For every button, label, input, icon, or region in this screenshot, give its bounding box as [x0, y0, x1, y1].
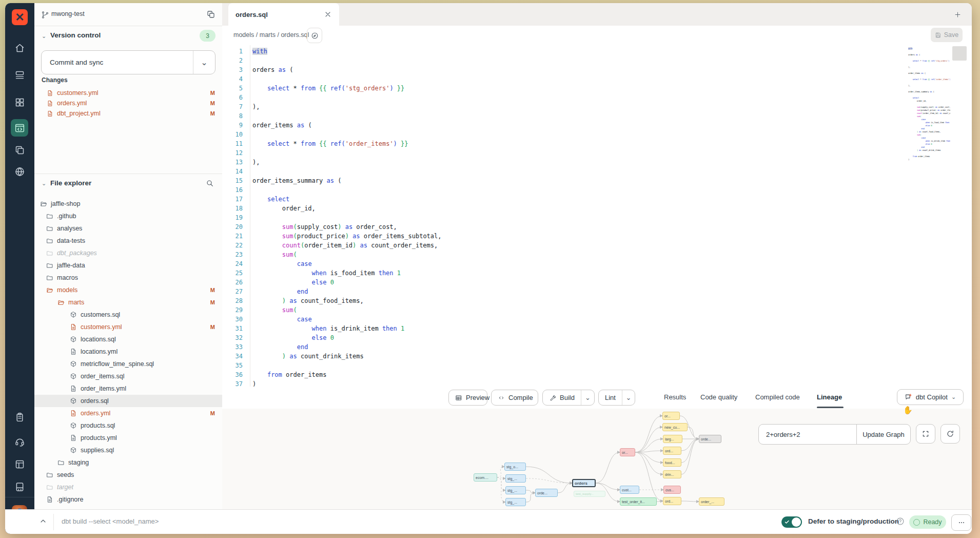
lineage-node-larg[interactable]: larg...: [663, 435, 682, 443]
save-button[interactable]: Save: [931, 28, 963, 42]
preview-button[interactable]: Preview: [448, 390, 487, 406]
chevron-down-icon[interactable]: ⌄: [42, 33, 46, 40]
tree-item-products-sql[interactable]: products.sql: [34, 419, 222, 432]
globe-icon[interactable]: [12, 164, 27, 179]
tree-item-order-items-sql[interactable]: order_items.sql: [34, 370, 222, 382]
lineage-node-cust[interactable]: cust...: [620, 486, 639, 494]
changed-file[interactable]: orders.ymlM: [34, 98, 222, 108]
tree-item--gitignore[interactable]: .gitignore: [34, 493, 222, 506]
home-icon[interactable]: [12, 41, 27, 55]
code-window-icon[interactable]: [11, 119, 28, 137]
new-tab-button[interactable]: [951, 8, 964, 21]
tree-item-locations-yml[interactable]: locations.yml: [34, 345, 222, 358]
tree-item-jaffle-data[interactable]: jaffle-data: [34, 259, 222, 272]
tree-item-customers-sql[interactable]: customers.sql: [34, 309, 222, 321]
changed-file[interactable]: customers.ymlM: [34, 88, 222, 98]
compile-button[interactable]: Compile: [491, 390, 538, 406]
tab-compiled-code[interactable]: Compiled code: [755, 387, 800, 407]
refresh-button[interactable]: [940, 424, 960, 444]
tree-item-order-items-yml[interactable]: order_items.yml: [34, 382, 222, 395]
notebook-icon[interactable]: [12, 479, 27, 494]
tree-item-dbt-packages[interactable]: dbt_packages: [34, 247, 222, 259]
lint-options-chevron[interactable]: ⌄: [622, 390, 635, 405]
headset-icon[interactable]: [12, 434, 27, 449]
lineage-node-stg[interactable]: stg_...: [505, 498, 526, 506]
commit-options-chevron[interactable]: ⌄: [193, 51, 215, 74]
build-options-chevron[interactable]: ⌄: [581, 390, 594, 405]
tree-item--github[interactable]: .github: [34, 210, 222, 222]
tree-item-supplies-sql[interactable]: supplies.sql: [34, 444, 222, 456]
tab-code-quality[interactable]: Code quality: [700, 387, 737, 407]
tree-item-marts[interactable]: martsM: [34, 296, 222, 309]
clipboard-icon[interactable]: [12, 410, 27, 424]
lineage-node-or[interactable]: or...: [620, 448, 635, 456]
editor-minimap[interactable]: 1with23orders as (45 select * from {{ re…: [908, 47, 950, 163]
stack-icon[interactable]: [12, 68, 27, 82]
tab-results[interactable]: Results: [664, 387, 686, 407]
lineage-node-ord[interactable]: ord...: [663, 447, 681, 455]
lineage-node-orde[interactable]: orde...: [699, 435, 721, 443]
tree-item-locations-sql[interactable]: locations.sql: [34, 333, 222, 345]
chevron-down-icon[interactable]: ⌄: [42, 180, 46, 187]
lineage-node-stg[interactable]: stg_...: [505, 474, 526, 483]
tree-item-orders-yml[interactable]: orders.ymlM: [34, 407, 222, 419]
tree-item-models[interactable]: modelsM: [34, 284, 222, 296]
changed-file[interactable]: dbt_project.ymlM: [34, 108, 222, 119]
dbt-logo[interactable]: ✕: [12, 9, 28, 25]
search-icon[interactable]: [206, 179, 214, 187]
branch-name[interactable]: mwong-test: [51, 10, 85, 17]
defer-toggle[interactable]: [781, 516, 802, 528]
lineage-node-drin[interactable]: drin...: [663, 470, 681, 478]
code-line: 27 end: [222, 287, 972, 296]
more-options-button[interactable]: [951, 514, 971, 531]
lineage-node-testorderit[interactable]: test_order_it...: [620, 497, 657, 506]
copy-branch-icon[interactable]: [206, 10, 215, 19]
docs-icon[interactable]: [12, 457, 27, 471]
commit-and-sync-button[interactable]: Commit and sync ⌄: [41, 50, 215, 74]
close-tab-icon[interactable]: [324, 10, 332, 18]
lineage-node-newcu[interactable]: new_cu...: [662, 423, 688, 431]
tree-item-customers-yml[interactable]: customers.ymlM: [34, 321, 222, 333]
tree-item-staging[interactable]: staging: [34, 456, 222, 469]
code-line: 6: [222, 93, 972, 102]
open-in-lineage-icon[interactable]: [307, 28, 322, 43]
lineage-node-or[interactable]: or...: [662, 412, 680, 420]
code-editor[interactable]: 1with23orders as (45 select * from {{ re…: [222, 45, 972, 387]
file-explorer-title[interactable]: File explorer: [50, 179, 91, 187]
build-button[interactable]: Build⌄: [542, 390, 595, 406]
tab-lineage[interactable]: Lineage: [817, 387, 842, 407]
tree-item-macros[interactable]: macros: [34, 272, 222, 284]
tab-orders-sql[interactable]: orders.sql: [228, 3, 339, 26]
lineage-node-stg[interactable]: stg_...: [505, 486, 526, 494]
lineage-node-food[interactable]: food...: [663, 458, 681, 467]
lineage-node-ord[interactable]: ord...: [663, 497, 681, 505]
tree-item-data-tests[interactable]: data-tests: [34, 235, 222, 247]
chevron-up-icon[interactable]: [39, 517, 47, 525]
lineage-node-order[interactable]: order_...: [699, 497, 724, 506]
chat-plus-icon: [905, 393, 912, 401]
lint-button[interactable]: Lint⌄: [598, 390, 635, 406]
dbt-copilot-button[interactable]: dbt Copilot ⌄: [897, 389, 964, 405]
lineage-selector-input[interactable]: 2+orders+2: [759, 425, 856, 444]
tree-item-jaffle-shop[interactable]: jaffle-shop: [34, 198, 222, 210]
lineage-node-testsupply[interactable]: test_supply...: [574, 491, 605, 497]
lineage-node-stgo[interactable]: stg_o...: [504, 463, 526, 471]
grid-icon[interactable]: [12, 95, 27, 109]
lineage-node-orders[interactable]: orders: [572, 479, 596, 487]
update-graph-button[interactable]: Update Graph: [856, 425, 910, 444]
lineage-node-cus[interactable]: cus...: [663, 486, 681, 494]
tree-item-analyses[interactable]: analyses: [34, 222, 222, 235]
tree-item-orders-sql[interactable]: orders.sql: [34, 395, 222, 407]
editor-scrollbar-thumb[interactable]: [952, 46, 967, 61]
tree-item-products-yml[interactable]: products.yml: [34, 432, 222, 444]
lineage-node-orde[interactable]: orde...: [535, 489, 558, 497]
version-control-title[interactable]: Version control: [50, 31, 101, 39]
help-icon[interactable]: [896, 517, 905, 526]
fullscreen-button[interactable]: [916, 424, 935, 444]
tree-item-seeds[interactable]: seeds: [34, 469, 222, 481]
command-input[interactable]: dbt build --select <model_name>: [62, 517, 159, 525]
lineage-node-ecom[interactable]: ecom....: [474, 473, 497, 482]
frames-icon[interactable]: [12, 143, 27, 157]
tree-item-target[interactable]: target: [34, 481, 222, 493]
tree-item-metricflow-time-spine-sql[interactable]: metricflow_time_spine.sql: [34, 358, 222, 370]
